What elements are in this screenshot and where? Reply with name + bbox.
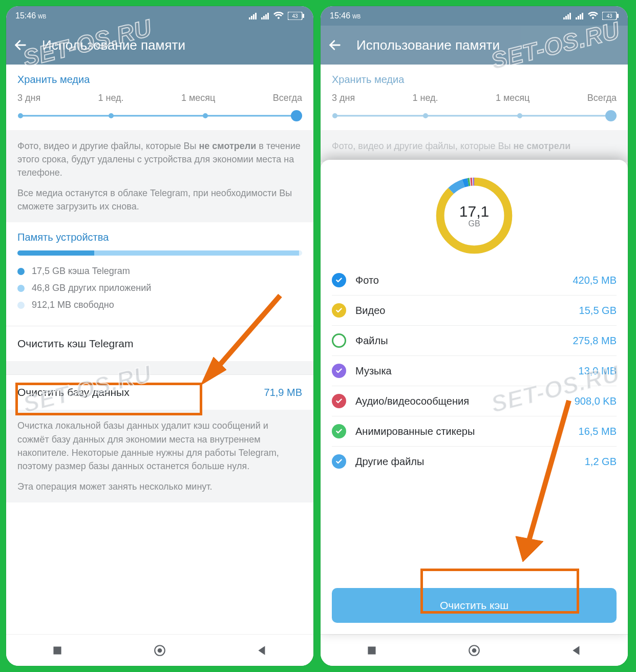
category-row[interactable]: Фото420,5 MB — [332, 265, 617, 296]
category-label: Анимированные стикеры — [355, 426, 569, 437]
clear-cache-modal: 17,1 GB Фото420,5 MBВидео15,5 GBФайлы275… — [321, 160, 628, 634]
svg-rect-7 — [267, 13, 269, 19]
signal-icon — [249, 12, 257, 19]
storage-section: Память устройства 17,5 GB кэша Telegram … — [6, 222, 313, 326]
back-icon[interactable] — [328, 38, 342, 52]
svg-text:43: 43 — [292, 13, 298, 19]
svg-marker-17 — [258, 646, 265, 655]
page-title: Использование памяти — [42, 37, 185, 53]
category-checkbox[interactable] — [332, 364, 346, 378]
page-title: Использование памяти — [356, 37, 500, 53]
clear-db-button[interactable]: Очистить базу данных 71,9 MB — [6, 374, 313, 410]
signal-icon — [563, 12, 571, 19]
svg-rect-5 — [263, 16, 265, 19]
storage-legend: 17,5 GB кэша Telegram 46,8 GB других при… — [17, 266, 302, 310]
svg-rect-22 — [576, 17, 577, 19]
status-badge: WB — [38, 14, 46, 19]
battery-icon: 43 — [602, 12, 619, 20]
total-size-unit: GB — [468, 219, 480, 228]
battery-icon: 43 — [288, 12, 304, 20]
clear-cache-confirm-button[interactable]: Очистить кэш — [332, 588, 617, 623]
status-badge: WB — [352, 14, 361, 19]
keep-media-section: Хранить медиа 3 дня 1 нед. 1 месяц Всегд… — [6, 65, 313, 130]
category-checkbox[interactable] — [332, 424, 346, 438]
nav-recents-icon[interactable] — [51, 644, 64, 657]
slider-label: 1 нед. — [98, 93, 124, 103]
svg-rect-39 — [368, 646, 375, 654]
category-checkbox[interactable] — [332, 394, 346, 408]
category-row[interactable]: Музыка13,0 MB — [332, 356, 617, 386]
screenshot-right: 15:46 WB 43 Использование памяти Хранить… — [321, 6, 628, 666]
category-row[interactable]: Видео15,5 GB — [332, 296, 617, 326]
category-row[interactable]: Другие файлы1,2 GB — [332, 447, 617, 476]
svg-rect-24 — [580, 14, 581, 19]
signal-icon-2 — [576, 12, 584, 19]
svg-rect-14 — [53, 646, 61, 654]
nav-recents-icon[interactable] — [365, 644, 378, 657]
category-checkbox[interactable] — [332, 303, 346, 318]
category-checkbox[interactable] — [332, 333, 346, 348]
svg-point-41 — [472, 648, 477, 653]
keep-media-description: Фото, видео и другие файлы, которые Вы н… — [6, 130, 313, 222]
category-checkbox[interactable] — [332, 273, 346, 287]
svg-point-16 — [158, 648, 162, 653]
svg-rect-6 — [265, 14, 267, 19]
category-label: Видео — [355, 305, 570, 317]
category-label: Другие файлы — [355, 456, 576, 468]
category-label: Файлы — [355, 335, 563, 347]
svg-rect-25 — [582, 13, 583, 19]
wifi-icon — [273, 12, 284, 20]
category-size: 16,5 MB — [579, 426, 617, 437]
legend-dot-icon — [17, 285, 25, 292]
category-label: Музыка — [355, 365, 569, 377]
nav-bar — [321, 634, 628, 666]
wifi-icon — [588, 12, 598, 20]
category-row[interactable]: Аудио/видеосообщения908,0 KB — [332, 386, 617, 416]
svg-rect-1 — [251, 16, 252, 19]
svg-rect-21 — [569, 13, 571, 19]
slider-label: Всегда — [273, 93, 302, 103]
total-size-value: 17,1 — [459, 203, 489, 220]
legend-text: 912,1 MB свободно — [32, 300, 114, 310]
keep-media-title: Хранить медиа — [17, 74, 302, 86]
clear-db-size: 71,9 MB — [264, 387, 302, 398]
category-label: Аудио/видеосообщения — [355, 395, 565, 407]
status-time: 15:46 — [15, 11, 36, 20]
status-bar: 15:46 WB 43 — [321, 6, 628, 26]
clear-db-description: Очистка локальной базы данных удалит кэш… — [6, 410, 313, 502]
status-bar: 15:46 WB 43 — [6, 6, 313, 26]
nav-back-icon[interactable] — [570, 644, 583, 657]
svg-rect-4 — [261, 17, 263, 19]
category-list: Фото420,5 MBВидео15,5 GBФайлы275,8 MBМуз… — [321, 265, 628, 581]
nav-back-icon[interactable] — [256, 644, 269, 657]
slider-label: 1 месяц — [181, 93, 215, 103]
legend-dot-icon — [17, 268, 25, 275]
nav-home-icon[interactable] — [153, 644, 166, 657]
back-icon[interactable] — [13, 38, 28, 52]
svg-rect-2 — [253, 14, 255, 19]
category-checkbox[interactable] — [332, 454, 346, 469]
svg-rect-0 — [249, 17, 250, 19]
svg-rect-18 — [563, 17, 565, 19]
keep-media-slider[interactable] — [17, 111, 302, 121]
svg-rect-27 — [617, 14, 619, 18]
category-size: 1,2 GB — [585, 456, 617, 468]
svg-text:43: 43 — [606, 13, 612, 19]
category-row[interactable]: Анимированные стикеры16,5 MB — [332, 416, 617, 447]
nav-home-icon[interactable] — [468, 644, 481, 657]
legend-text: 46,8 GB других приложений — [32, 283, 151, 293]
clear-cache-button[interactable]: Очистить кэш Telegram — [6, 326, 313, 361]
nav-bar — [6, 634, 313, 666]
dimmed-background: Хранить медиа 3 дня 1 нед. 1 месяц Всегд… — [321, 65, 628, 162]
app-bar: Использование памяти — [6, 26, 313, 65]
category-size: 275,8 MB — [573, 335, 617, 347]
category-size: 420,5 MB — [573, 275, 617, 286]
app-bar: Использование памяти — [321, 26, 628, 65]
category-row[interactable]: Файлы275,8 MB — [332, 326, 617, 356]
svg-rect-23 — [578, 16, 579, 19]
slider-thumb[interactable] — [291, 110, 302, 121]
signal-icon-2 — [261, 12, 269, 19]
category-size: 15,5 GB — [579, 305, 617, 317]
storage-bar — [17, 250, 302, 256]
category-label: Фото — [355, 275, 563, 286]
